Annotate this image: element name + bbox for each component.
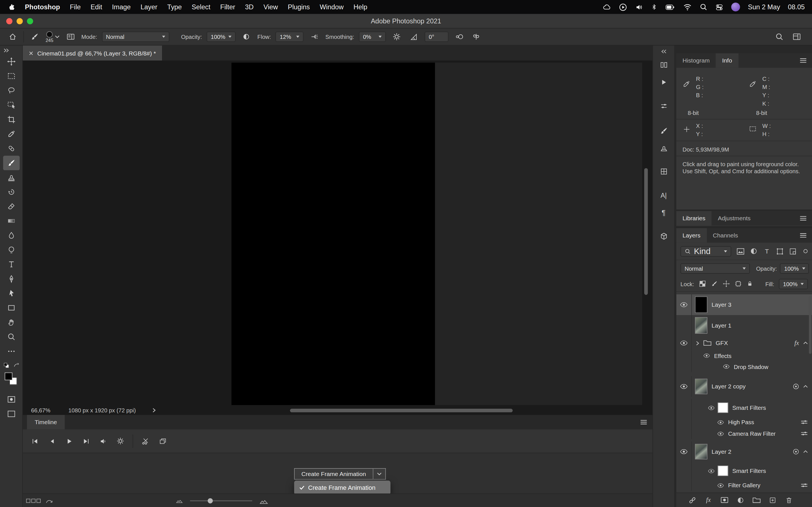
visibility-toggle[interactable] <box>708 468 715 473</box>
menu-3d[interactable]: 3D <box>245 3 254 11</box>
new-group-icon[interactable] <box>752 496 761 504</box>
clone-stamp-tool[interactable] <box>3 170 19 184</box>
lock-all-icon[interactable] <box>746 279 754 288</box>
panel-icon-properties[interactable] <box>655 100 672 112</box>
creative-cloud-icon[interactable] <box>603 3 611 11</box>
crop-tool[interactable] <box>3 112 19 127</box>
layers-panel-menu-icon[interactable] <box>800 233 807 238</box>
new-adjustment-layer-icon[interactable] <box>736 496 745 504</box>
timeline-menu-icon[interactable] <box>640 420 647 425</box>
layer-style-fx-icon[interactable]: fx <box>704 496 713 504</box>
layers-scrollbar[interactable] <box>809 296 811 354</box>
home-button[interactable] <box>6 31 18 43</box>
layer-row-layer1[interactable]: Layer 1 <box>676 315 812 336</box>
layer-thumbnail[interactable] <box>695 444 707 459</box>
filter-blending-options-icon[interactable] <box>801 431 808 436</box>
filter-pixel-layers-icon[interactable] <box>737 246 745 256</box>
effect-drop-shadow-row[interactable]: Drop Shadow <box>676 361 812 372</box>
panel-icon-3d[interactable] <box>655 231 672 242</box>
user-avatar[interactable] <box>731 3 740 11</box>
filter-blending-options-icon[interactable] <box>801 420 808 425</box>
layer-row-layer2-copy[interactable]: Layer 2 copy <box>676 376 812 397</box>
previous-frame-button[interactable] <box>47 436 56 446</box>
layer-fill-dropdown[interactable]: 100% <box>779 279 808 289</box>
frame-thumbs-icon[interactable] <box>26 498 42 503</box>
battery-icon[interactable] <box>665 4 675 10</box>
menu-photoshop[interactable]: Photoshop <box>25 3 60 11</box>
filter-kind-dropdown[interactable]: Kind <box>680 246 731 256</box>
workspace-switcher-icon[interactable] <box>790 31 803 43</box>
menu-image[interactable]: Image <box>112 3 131 11</box>
timeline-settings-gear-icon[interactable] <box>116 436 125 446</box>
zoom-level-field[interactable]: 66,67% <box>31 407 66 413</box>
menu-item-create-frame-animation[interactable]: Create Frame Animation <box>308 484 375 491</box>
filter-type-layers-icon[interactable]: T <box>763 246 771 256</box>
visibility-toggle[interactable] <box>676 441 692 462</box>
zoom-window-button[interactable] <box>27 18 33 24</box>
smart-filters-row[interactable]: Smart Filters <box>676 399 812 416</box>
close-icon[interactable] <box>29 51 33 55</box>
volume-icon[interactable] <box>635 3 643 11</box>
paint-symmetry-icon[interactable] <box>470 31 483 43</box>
screen-mode-button[interactable] <box>3 407 19 421</box>
airbrush-icon[interactable] <box>308 31 320 43</box>
history-brush-tool[interactable] <box>3 185 19 199</box>
tab-info[interactable]: Info <box>716 53 738 68</box>
toggle-brush-panel-button[interactable] <box>64 31 77 43</box>
filter-toggle-icon[interactable] <box>803 249 808 253</box>
collapse-effects-icon[interactable] <box>803 341 808 344</box>
menu-edit[interactable]: Edit <box>91 3 102 11</box>
visibility-toggle[interactable] <box>676 315 692 336</box>
layer-blend-mode-dropdown[interactable]: Normal <box>680 263 750 274</box>
eyedropper-tool[interactable] <box>3 127 19 141</box>
mute-audio-button[interactable] <box>98 436 108 446</box>
media-play-icon[interactable] <box>619 3 627 11</box>
vertical-scrollbar[interactable] <box>644 168 648 295</box>
lock-artboard-icon[interactable] <box>734 279 742 288</box>
pen-tool[interactable] <box>3 272 19 286</box>
layer-thumbnail[interactable] <box>695 296 707 313</box>
foreground-color-swatch[interactable] <box>4 372 12 380</box>
panel-icon-character[interactable]: A| <box>655 189 672 201</box>
opacity-dropdown[interactable]: 100% <box>207 32 236 42</box>
timeline-zoom-slider[interactable] <box>190 500 252 501</box>
spotlight-search-icon[interactable] <box>700 3 708 11</box>
visibility-toggle[interactable] <box>723 364 730 369</box>
libraries-panel-menu-icon[interactable] <box>800 216 807 221</box>
smart-filter-badge-icon[interactable] <box>793 448 799 455</box>
canvas-area[interactable] <box>23 61 652 405</box>
menu-layer[interactable]: Layer <box>140 3 157 11</box>
smoothing-dropdown[interactable]: 0% <box>359 32 386 42</box>
layer-row-layer3[interactable]: Layer 3 <box>676 294 812 315</box>
rectangle-tool[interactable] <box>3 300 19 315</box>
link-layers-icon[interactable] <box>688 496 697 504</box>
visibility-toggle[interactable] <box>703 353 710 358</box>
brush-tool[interactable] <box>3 156 19 170</box>
layer-opacity-dropdown[interactable]: 100% <box>780 263 809 274</box>
menu-plugins[interactable]: Plugins <box>288 3 310 11</box>
effects-row[interactable]: Effects <box>676 350 812 361</box>
smoothing-options-gear-icon[interactable] <box>391 31 403 43</box>
filter-gallery-row[interactable]: Filter Gallery <box>676 480 812 491</box>
zoom-out-thumbnails-icon[interactable] <box>176 498 183 503</box>
next-frame-button[interactable] <box>81 436 91 446</box>
search-icon[interactable] <box>773 31 785 43</box>
tab-libraries[interactable]: Libraries <box>676 211 712 225</box>
status-chevron-icon[interactable] <box>152 407 156 412</box>
info-panel-menu-icon[interactable] <box>800 58 807 63</box>
menu-view[interactable]: View <box>263 3 278 11</box>
menu-help[interactable]: Help <box>354 3 367 11</box>
path-selection-tool[interactable] <box>3 286 19 300</box>
tab-channels[interactable]: Channels <box>707 228 744 242</box>
document-tab[interactable]: Cinema01.psd @ 66,7% (Layer 3, RGB/8#) * <box>23 46 163 61</box>
panel-icon-paragraph[interactable]: ¶ <box>655 207 672 218</box>
zoom-in-thumbnails-icon[interactable] <box>259 497 268 504</box>
panel-icon-actions[interactable] <box>655 76 672 88</box>
tool-preset-button[interactable] <box>29 31 41 43</box>
color-swatches[interactable] <box>3 372 19 388</box>
edit-toolbar-button[interactable] <box>3 344 19 358</box>
menu-select[interactable]: Select <box>192 3 210 11</box>
collapse-filters-icon[interactable] <box>803 385 808 388</box>
move-tool[interactable] <box>3 54 19 69</box>
document-canvas[interactable] <box>232 62 642 405</box>
